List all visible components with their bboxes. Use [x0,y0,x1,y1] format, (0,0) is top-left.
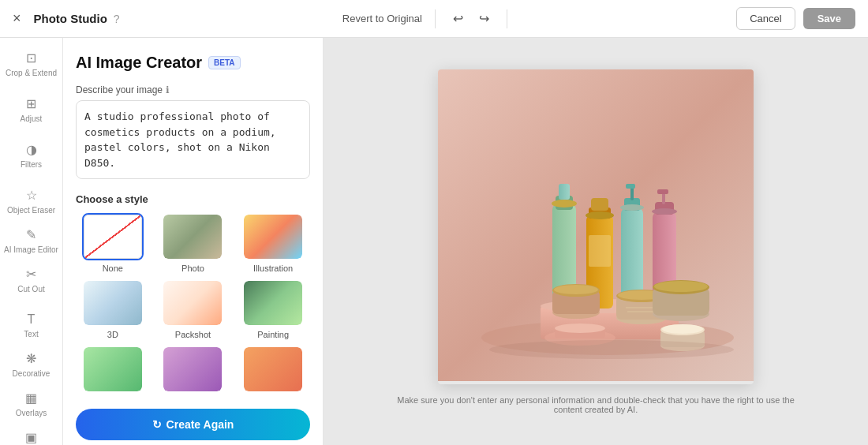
cancel-button[interactable]: Cancel [736,7,795,30]
sidebar-label-crop: Crop & Extend [6,69,57,77]
create-again-button[interactable]: ↻ Create Again [76,409,310,440]
style-thumb-none [82,213,144,260]
svg-rect-21 [657,189,668,194]
sidebar-item-object-eraser[interactable]: ☆ Object Eraser [0,181,62,221]
svg-rect-12 [591,198,608,211]
svg-point-44 [489,340,734,359]
filters-icon: ◑ [26,142,37,157]
sidebar-label-decorative: Decorative [13,369,51,378]
close-button[interactable]: × [13,10,21,27]
redo-button[interactable]: ↪ [474,8,494,29]
divider2 [507,9,507,28]
ai-image-editor-icon: ✎ [26,227,36,242]
sidebar-label-ai-image-editor: AI Image Editor [4,245,58,254]
sidebar-tools: ⊡ Crop & Extend ⊞ Adjust ◑ Filters ☆ Obj… [0,38,63,445]
style-thumb-3d [82,279,144,327]
style-label-painting: Painting [257,330,289,339]
sidebar-label-filters: Filters [21,160,42,169]
style-thumb-row3-3 [242,346,304,393]
sidebar-item-ai-image-editor[interactable]: ✎ AI Image Editor [0,221,62,260]
style-item-none[interactable]: None [76,213,150,273]
revert-button[interactable]: Revert to Original [342,13,422,24]
svg-point-25 [652,208,677,215]
describe-textarea[interactable]: A studio professional photo of cosmetics… [76,100,310,179]
style-item-row3-2[interactable] [156,346,230,396]
undo-button[interactable]: ↩ [448,8,468,29]
style-thumb-row3-1 [82,346,144,393]
page-title: Photo Studio [34,12,107,25]
describe-label: Describe your image ℹ [76,84,310,95]
style-thumb-packshot [162,279,223,327]
background-icon: ▣ [25,430,37,445]
sidebar-item-adjust[interactable]: ⊞ Adjust [0,90,62,129]
overlays-icon: ▦ [25,391,37,406]
svg-point-29 [554,285,598,294]
sidebar-item-text[interactable]: T Text [0,306,62,345]
style-thumb-photo [162,213,223,260]
main-layout: ⊡ Crop & Extend ⊞ Adjust ◑ Filters ☆ Obj… [0,38,868,445]
sidebar-item-crop[interactable]: ⊡ Crop & Extend [0,44,62,84]
topbar-right: Cancel Save [736,7,855,30]
svg-point-43 [662,324,703,334]
info-icon[interactable]: ℹ [166,84,170,95]
style-section-label: Choose a style [76,193,310,205]
svg-rect-9 [559,184,570,200]
svg-point-39 [654,281,708,292]
style-label-illustration: Illustration [253,264,293,273]
style-grid: None Photo Illustration 3D [76,213,310,396]
save-button[interactable]: Save [803,8,855,29]
help-icon[interactable]: ? [114,13,120,25]
adjust-icon: ⊞ [26,96,36,111]
beta-badge: BETA [208,56,240,69]
sidebar-label-overlays: Overlays [16,409,47,417]
style-label-packshot: Packshot [175,330,211,339]
panel-title: AI Image Creator [76,54,202,72]
style-item-3d[interactable]: 3D [76,279,150,339]
style-thumb-row3-2 [162,346,223,393]
sidebar-item-cut-out[interactable]: ✂ Cut Out [0,260,62,300]
style-item-painting[interactable]: Painting [236,279,310,339]
panel-header: AI Image Creator BETA [76,54,310,72]
sidebar-item-background[interactable]: ▣ Background [0,424,62,445]
style-item-illustration[interactable]: Illustration [236,213,310,273]
sidebar-label-object-eraser: Object Eraser [7,206,55,215]
sidebar-item-decorative[interactable]: ❋ Decorative [0,345,62,384]
topbar-center: Revert to Original ↩ ↪ [342,8,514,29]
sidebar-label-cut-out: Cut Out [17,285,44,294]
svg-point-22 [552,200,577,208]
object-eraser-icon: ☆ [26,188,37,203]
style-label-none: None [103,264,123,273]
disclaimer-text: Make sure you don't enter any personal i… [367,395,825,414]
style-label-3d: 3D [107,330,118,339]
style-item-row3-1[interactable] [76,346,150,396]
svg-point-23 [586,211,614,219]
ai-image-creator-panel: AI Image Creator BETA Describe your imag… [63,38,324,445]
sidebar-label-text: Text [24,330,38,338]
style-item-row3-3[interactable] [236,346,310,396]
sidebar-item-overlays[interactable]: ▦ Overlays [0,384,62,424]
crop-icon: ⊡ [26,50,36,65]
style-thumb-painting [242,279,304,327]
cosmetics-scene-svg [438,69,754,381]
sidebar-label-adjust: Adjust [21,114,43,123]
refresh-icon: ↻ [152,418,162,431]
style-label-photo: Photo [181,264,204,273]
topbar-left: × Photo Studio ? [13,10,120,27]
divider [435,9,436,28]
preview-image [438,69,754,384]
panel-actions: ↻ Create Again Use Image [76,409,310,445]
text-icon: T [28,312,36,327]
style-item-packshot[interactable]: Packshot [156,279,230,339]
topbar: × Photo Studio ? Revert to Original ↩ ↪ … [0,0,868,38]
svg-point-24 [620,204,644,211]
cut-out-icon: ✂ [26,267,36,282]
style-item-photo[interactable]: Photo [156,213,230,273]
preview-area: Make sure you don't enter any personal i… [324,38,868,445]
svg-point-6 [555,323,605,333]
svg-rect-17 [626,184,635,189]
sidebar-item-filters[interactable]: ◑ Filters [0,136,62,175]
style-thumb-illustration [242,213,304,260]
decorative-icon: ❋ [26,351,36,366]
svg-rect-13 [589,235,611,267]
